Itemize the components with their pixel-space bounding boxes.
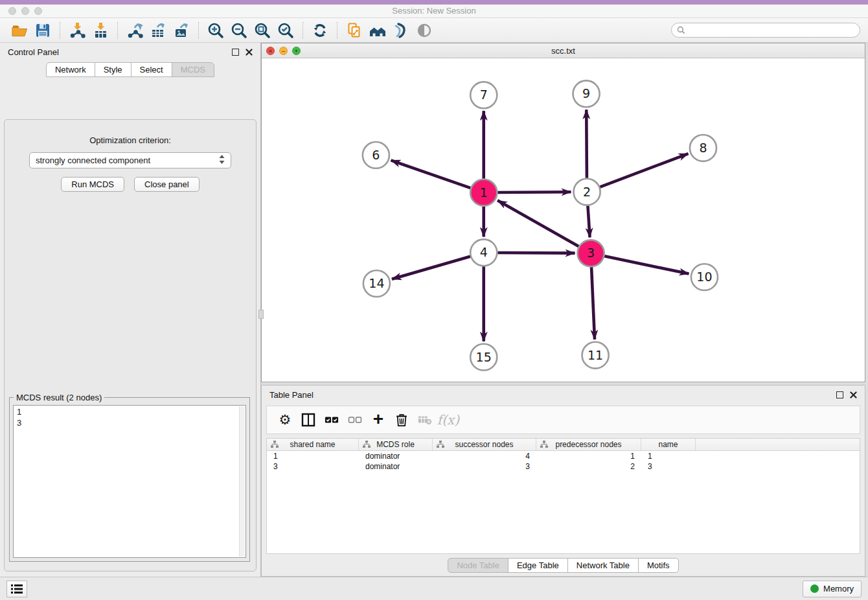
cell-1-name[interactable]: 3 xyxy=(641,461,696,472)
graph-node-1[interactable]: 1 xyxy=(470,179,497,206)
graph-node-14[interactable]: 14 xyxy=(363,270,390,297)
column-header-predecessor-nodes[interactable]: predecessor nodes xyxy=(536,439,641,450)
graph-node-10[interactable]: 10 xyxy=(691,264,718,290)
birds-eye-icon[interactable] xyxy=(415,21,434,40)
edge-3-10[interactable] xyxy=(604,256,689,273)
function-builder-icon[interactable]: f(x) xyxy=(437,409,460,431)
cell-0-MCDS-role[interactable]: dominator xyxy=(359,451,433,461)
node-label-4: 4 xyxy=(480,245,488,259)
edge-2-8[interactable] xyxy=(600,154,688,187)
edge-3-1[interactable] xyxy=(497,200,578,246)
search-field[interactable] xyxy=(671,23,860,38)
table-row[interactable]: 1dominator411 xyxy=(267,451,860,461)
refresh-layout-icon[interactable] xyxy=(310,21,330,40)
export-image-icon[interactable] xyxy=(172,21,191,40)
tab-mcds[interactable]: MCDS xyxy=(172,62,214,77)
graph-node-15[interactable]: 15 xyxy=(470,344,497,371)
edge-2-9[interactable] xyxy=(586,110,587,178)
column-header-MCDS-role[interactable]: MCDS role xyxy=(359,439,433,450)
toolbar-separator xyxy=(337,22,337,39)
export-network-icon[interactable] xyxy=(125,21,144,40)
graph-node-3[interactable]: 3 xyxy=(578,240,604,266)
splitter-grip[interactable] xyxy=(258,310,264,319)
edge-4-3[interactable] xyxy=(497,253,575,253)
network-maximize-icon[interactable]: + xyxy=(292,47,301,55)
column-header-name[interactable]: name xyxy=(641,439,696,450)
search-input[interactable] xyxy=(689,26,854,35)
column-header-shared-name[interactable]: shared name xyxy=(267,439,359,450)
split-view-icon[interactable] xyxy=(297,409,320,431)
edge-1-2[interactable] xyxy=(497,192,571,192)
column-header-successor-nodes[interactable]: successor nodes xyxy=(433,439,536,450)
open-session-icon[interactable] xyxy=(10,21,29,40)
zoom-in-icon[interactable] xyxy=(206,21,225,40)
cell-1-successor-nodes[interactable]: 3 xyxy=(433,461,536,472)
add-row-icon[interactable]: + xyxy=(367,409,390,431)
window-controls[interactable] xyxy=(8,7,42,15)
tab-style[interactable]: Style xyxy=(95,62,131,77)
cell-1-shared-name[interactable]: 3 xyxy=(267,461,359,472)
hierarchy-icon xyxy=(271,441,279,450)
tab-select[interactable]: Select xyxy=(131,62,172,77)
cell-1-MCDS-role[interactable]: dominator xyxy=(359,461,433,472)
maximize-window-icon[interactable] xyxy=(34,7,42,15)
criterion-select[interactable]: strongly connected component xyxy=(29,152,231,168)
zoom-selected-icon[interactable] xyxy=(276,21,295,40)
visual-styles-icon[interactable] xyxy=(391,21,411,40)
graph-node-4[interactable]: 4 xyxy=(470,239,497,266)
edge-2-3[interactable] xyxy=(588,206,589,238)
cell-1-predecessor-nodes[interactable]: 2 xyxy=(536,461,641,472)
cell-0-shared-name[interactable]: 1 xyxy=(267,451,359,461)
cell-0-successor-nodes[interactable]: 4 xyxy=(433,451,536,461)
close-panel-button[interactable]: Close panel xyxy=(134,177,200,192)
cell-0-name[interactable]: 1 xyxy=(641,451,696,461)
close-window-icon[interactable] xyxy=(8,7,16,15)
network-close-icon[interactable]: × xyxy=(266,47,275,55)
tab-network[interactable]: Network xyxy=(46,62,95,77)
network-minimize-icon[interactable]: – xyxy=(279,47,288,55)
clone-network-icon[interactable] xyxy=(345,21,364,40)
graph-node-8[interactable]: 8 xyxy=(690,135,716,161)
tab-node-table[interactable]: Node Table xyxy=(448,558,508,573)
cell-0-predecessor-nodes[interactable]: 1 xyxy=(536,451,641,461)
delete-row-icon[interactable] xyxy=(390,409,413,431)
import-table-icon[interactable] xyxy=(91,21,110,40)
zoom-out-icon[interactable] xyxy=(229,21,249,40)
edge-3-11[interactable] xyxy=(591,267,595,340)
run-mcds-button[interactable]: Run MCDS xyxy=(61,177,124,192)
import-network-icon[interactable] xyxy=(67,21,87,40)
mcds-result-text[interactable]: 1 3 xyxy=(13,405,246,558)
first-neighbors-icon[interactable] xyxy=(368,21,387,40)
zoom-fit-icon[interactable] xyxy=(253,21,272,40)
tab-edge-table[interactable]: Edge Table xyxy=(508,558,568,573)
graph-node-2[interactable]: 2 xyxy=(574,179,600,205)
table-header-row: shared nameMCDS rolesuccessor nodesprede… xyxy=(267,439,860,451)
memory-button[interactable]: Memory xyxy=(803,581,862,597)
close-panel-icon[interactable] xyxy=(246,49,253,56)
select-all-icon[interactable] xyxy=(320,409,343,431)
network-window-titlebar[interactable]: × – + scc.txt xyxy=(262,43,865,58)
destroy-table-icon[interactable] xyxy=(413,409,437,431)
close-table-panel-icon[interactable] xyxy=(850,391,857,398)
chevron-updown-icon xyxy=(219,155,225,166)
task-history-button[interactable] xyxy=(6,581,27,597)
network-canvas[interactable]: 7968124314101511 xyxy=(262,58,865,382)
graph-node-11[interactable]: 11 xyxy=(582,342,609,369)
deselect-all-icon[interactable] xyxy=(343,409,367,431)
tab-network-table[interactable]: Network Table xyxy=(567,558,639,573)
result-scrollbar[interactable] xyxy=(239,406,245,557)
network-graph[interactable]: 7968124314101511 xyxy=(262,58,865,382)
edge-4-14[interactable] xyxy=(392,257,470,279)
float-panel-icon[interactable] xyxy=(232,49,239,56)
table-row[interactable]: 3dominator323 xyxy=(267,461,860,472)
graph-node-6[interactable]: 6 xyxy=(363,142,389,168)
float-table-panel-icon[interactable] xyxy=(836,391,843,398)
tab-motifs[interactable]: Motifs xyxy=(638,558,679,573)
edge-1-6[interactable] xyxy=(391,160,471,188)
export-table-icon[interactable] xyxy=(148,21,168,40)
save-session-icon[interactable] xyxy=(33,21,52,40)
graph-node-7[interactable]: 7 xyxy=(470,82,497,108)
gear-icon[interactable]: ⚙ xyxy=(273,409,297,431)
minimize-window-icon[interactable] xyxy=(21,7,29,15)
graph-node-9[interactable]: 9 xyxy=(573,80,600,107)
